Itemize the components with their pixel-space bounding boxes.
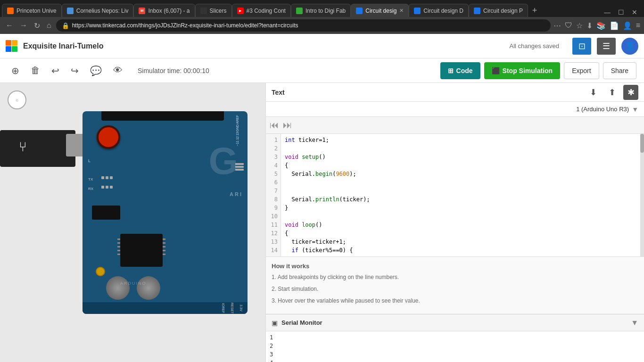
- tab-circuit1[interactable]: Circuit desig ✕: [351, 4, 409, 17]
- share-button[interactable]: Share: [603, 62, 636, 79]
- forward-button[interactable]: →: [18, 20, 29, 31]
- tab-slicers[interactable]: Slicers: [195, 4, 232, 17]
- line-num-4[interactable]: 4: [266, 161, 278, 170]
- menu-icon[interactable]: ≡: [636, 21, 640, 30]
- code-line-11: void loop(): [285, 221, 636, 229]
- step-back-button[interactable]: ⏮: [270, 120, 279, 131]
- tab-gmail[interactable]: M Inbox (6,007) - a: [133, 4, 195, 17]
- compass[interactable]: ○: [8, 90, 26, 109]
- code-icon: ⊞: [448, 67, 454, 74]
- code-line-14: if (ticker%5==0) {: [285, 246, 636, 255]
- close-button[interactable]: ✕: [629, 8, 640, 17]
- code-title: Text: [272, 89, 582, 96]
- device-selector-bar[interactable]: 1 (Arduino Uno R3) ▼: [266, 102, 644, 117]
- tab-label-circuit3: Circuit design P: [483, 8, 523, 14]
- code-line-13: ticker=ticker+1;: [285, 238, 636, 246]
- canvas-area[interactable]: ○ ⑂ AREF GND 13 12 ~11: [0, 83, 265, 362]
- tab-favicon-circuit3: [474, 8, 480, 14]
- tab-label-youtube: #3 Coding Cont: [247, 8, 286, 14]
- tab-circuit3[interactable]: Circuit design P: [469, 4, 528, 17]
- visibility-button[interactable]: 👁: [109, 62, 126, 79]
- tab-favicon-fab: [296, 8, 303, 14]
- download-code-button[interactable]: ⬇: [586, 85, 601, 100]
- tab-label-circuit2: Circuit design D: [423, 8, 463, 14]
- delete-button[interactable]: 🗑: [27, 62, 44, 79]
- home-button[interactable]: ⌂: [45, 20, 53, 31]
- tab-youtube[interactable]: ▶ #3 Coding Cont: [232, 4, 291, 17]
- tab-favicon-slicers: [200, 8, 207, 14]
- line-num-12[interactable]: 12: [266, 229, 278, 238]
- line-num-11[interactable]: 11: [266, 221, 278, 229]
- bookmark-icon[interactable]: ☆: [576, 21, 583, 30]
- upload-code-button[interactable]: ⬆: [604, 85, 619, 100]
- code-line-4: {: [285, 161, 636, 170]
- tab-bar: Princeton Unive Cornelius Nepos: Liv M I…: [0, 0, 644, 17]
- potentiometer-left[interactable]: [106, 276, 130, 300]
- tab-circuit2[interactable]: Circuit design D: [409, 4, 469, 17]
- line-num-14[interactable]: 14: [266, 246, 278, 255]
- redo-button[interactable]: ↪: [67, 62, 83, 79]
- right-panel: Text ⬇ ⬆ ✱ 1 (Arduino Uno R3) ▼ ⏮ ⏭ 1 2: [265, 83, 644, 362]
- arduino-board[interactable]: AREF GND 13 12 ~11 L TX: [83, 111, 248, 314]
- profile-icon[interactable]: 👤: [623, 21, 632, 30]
- component-button[interactable]: ⊕: [8, 62, 23, 79]
- tinkercad-logo: [6, 40, 17, 52]
- line-num-10[interactable]: 10: [266, 212, 278, 221]
- tab-close-circuit1[interactable]: ✕: [399, 8, 404, 14]
- line-num-7[interactable]: 7: [266, 187, 278, 195]
- potentiometer-right[interactable]: [137, 276, 160, 300]
- tab-label-circuit1: Circuit desig: [365, 8, 396, 14]
- user-avatar[interactable]: 👤: [621, 38, 638, 55]
- line-num-3[interactable]: 3: [266, 153, 278, 161]
- how-item-2: 2. Start simulation.: [272, 285, 638, 293]
- line-num-6[interactable]: 6: [266, 178, 278, 187]
- stop-icon: ⬛: [492, 67, 500, 74]
- reset-button[interactable]: [97, 125, 120, 149]
- reader-icon[interactable]: 📄: [610, 21, 619, 30]
- step-forward-button[interactable]: ⏭: [283, 120, 292, 131]
- serial-monitor-title: Serial Monitor: [281, 319, 627, 326]
- stop-simulation-button[interactable]: ⬛ Stop Simulation: [484, 62, 561, 79]
- back-button[interactable]: ←: [4, 20, 15, 31]
- maximize-button[interactable]: ☐: [615, 8, 627, 17]
- serial-line-4: 4: [270, 359, 640, 362]
- line-num-1[interactable]: 1: [266, 136, 278, 144]
- minimize-button[interactable]: —: [601, 8, 613, 17]
- code-header: Text ⬇ ⬆ ✱: [266, 83, 644, 102]
- notes-button[interactable]: 💬: [86, 62, 106, 79]
- circuit-view-button[interactable]: ⊡: [572, 38, 591, 55]
- line-num-2[interactable]: 2: [266, 144, 278, 153]
- export-button[interactable]: Export: [564, 62, 599, 79]
- address-bar: ← → ↻ ⌂ 🔒 https://www.tinkercad.com/thin…: [0, 17, 644, 34]
- address-text: https://www.tinkercad.com/things/joJDsJZ…: [72, 22, 298, 29]
- line-num-9[interactable]: 9: [266, 204, 278, 212]
- extensions-icon[interactable]: ⋯: [553, 21, 561, 30]
- line-num-5[interactable]: 5: [266, 170, 278, 178]
- serial-monitor-header[interactable]: ▣ Serial Monitor ▼: [266, 314, 644, 331]
- tab-fab[interactable]: Intro to Digi Fab: [291, 4, 351, 17]
- address-input[interactable]: 🔒 https://www.tinkercad.com/things/joJDs…: [56, 19, 551, 32]
- line-num-8[interactable]: 8: [266, 195, 278, 204]
- reload-button[interactable]: ↻: [32, 20, 42, 31]
- serial-line-1: 1: [270, 333, 640, 342]
- shield-icon[interactable]: 🛡: [565, 21, 572, 30]
- code-scrollbar[interactable]: [640, 134, 644, 256]
- tab-princeton[interactable]: Princeton Unive: [2, 4, 62, 17]
- device-name: 1 (Arduino Uno R3): [576, 106, 629, 113]
- serial-monitor-chevron-icon: ▼: [631, 319, 638, 327]
- serial-monitor-content: 1 2 3 4 Dalton is Awsome !!! 6 7 8 9 Dal…: [266, 331, 644, 362]
- tab-label-slicers: Slicers: [210, 8, 227, 14]
- code-button[interactable]: ⊞ Code: [440, 62, 480, 79]
- library-icon[interactable]: 📚: [596, 21, 606, 30]
- new-tab-button[interactable]: +: [528, 4, 541, 17]
- logo-cell-4: [12, 46, 17, 52]
- code-line-1: int ticker=1;: [285, 136, 636, 144]
- app-header: Exquisite Inari-Tumelo All changes saved…: [0, 34, 644, 58]
- debug-button[interactable]: ✱: [623, 85, 638, 100]
- list-view-button[interactable]: ☰: [597, 38, 616, 55]
- line-num-13[interactable]: 13: [266, 238, 278, 246]
- undo-button[interactable]: ↩: [48, 62, 63, 79]
- tab-cornelius[interactable]: Cornelius Nepos: Liv: [62, 4, 134, 17]
- browser-toolbar-icons: ⋯ 🛡 ☆ ⬇ 📚 📄 👤 ≡: [553, 21, 640, 30]
- download-icon[interactable]: ⬇: [586, 21, 593, 30]
